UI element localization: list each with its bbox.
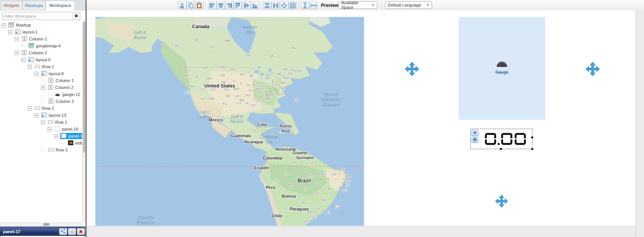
panel-icon xyxy=(54,126,60,131)
align-right-button[interactable] xyxy=(225,1,234,9)
align-middle-horizontal-button[interactable] xyxy=(242,1,251,9)
tree-item-column-1[interactable]: Column 1 xyxy=(0,35,82,42)
tree-collapse-icon[interactable] xyxy=(8,30,12,34)
tree-collapse-icon[interactable] xyxy=(21,58,25,62)
tree-item-column-1[interactable]: Column 1 xyxy=(0,77,82,84)
tree-collapse-icon[interactable] xyxy=(34,72,39,76)
align-center-vertical-icon xyxy=(218,2,224,8)
distribute-rows-button[interactable] xyxy=(263,1,271,9)
map-label: WV xyxy=(255,87,261,91)
map-label: AP xyxy=(309,161,314,165)
map-label: WA xyxy=(184,65,190,69)
filter-workspace-input[interactable] xyxy=(3,12,72,20)
map-label: CO xyxy=(210,87,215,91)
move-arrows-icon[interactable] xyxy=(495,195,508,208)
tree-item-column-2[interactable]: Column 2 xyxy=(0,84,82,91)
tree-collapse-icon[interactable] xyxy=(15,37,19,41)
map-label: SD xyxy=(220,73,225,77)
grid-button[interactable] xyxy=(288,1,297,9)
map-label: VA xyxy=(262,89,267,94)
move-arrows-icon[interactable] xyxy=(585,62,600,76)
layout-icon xyxy=(41,113,47,118)
tree-collapse-icon[interactable] xyxy=(34,113,39,118)
align-center-vertical-button[interactable] xyxy=(217,1,225,9)
share-icon xyxy=(60,228,66,235)
tree-item-layout-8[interactable]: layout-8 xyxy=(0,70,82,77)
map-label: WY xyxy=(206,76,212,81)
distribute-columns-button[interactable] xyxy=(271,1,280,9)
map-label: PE xyxy=(345,178,350,183)
tab-workspace[interactable]: Workspace xyxy=(46,1,75,11)
tree-collapse-icon[interactable] xyxy=(54,134,58,138)
googlemap-widget[interactable]: CanadaUnited StatesBrazilMexicoCubaGuate… xyxy=(95,17,364,226)
fit-height-button[interactable] xyxy=(301,1,309,9)
paste-button[interactable] xyxy=(195,1,203,9)
tree-item-gauge-12[interactable]: gauge-12 xyxy=(0,91,82,98)
map-label: CT xyxy=(273,83,278,87)
canvas-bottom-gutter xyxy=(87,226,636,237)
map-label: RI xyxy=(281,86,285,91)
gauge-widget[interactable]: Gauge xyxy=(459,59,545,74)
clear-filter-button[interactable]: ✖ xyxy=(72,12,80,20)
tree-connector xyxy=(61,140,65,143)
bindings-button[interactable] xyxy=(59,228,67,235)
tree-item-label: layout-1 xyxy=(22,30,37,34)
tree-item-column-3[interactable]: Column 3 xyxy=(0,98,82,105)
tree-item-row-2[interactable]: Row 2 xyxy=(0,105,82,112)
language-dropdown[interactable]: Default Language ▼ xyxy=(385,1,432,9)
resize-handle[interactable] xyxy=(531,148,533,150)
align-left-button[interactable] xyxy=(208,1,217,9)
anchor-button[interactable] xyxy=(280,1,288,9)
tree-collapse-icon[interactable] xyxy=(28,65,32,69)
tab-mashups[interactable]: Mashups xyxy=(22,1,46,10)
tree-item-leddisplay-1[interactable]: 30leddisplay-1 xyxy=(0,140,82,146)
tab-widgets[interactable]: Widgets xyxy=(1,1,22,10)
scrollbar-thumb[interactable] xyxy=(43,223,49,226)
sidebar-horizontal-scrollbar[interactable] xyxy=(0,222,82,226)
leddisplay-widget[interactable] xyxy=(470,129,532,149)
map-label: Gulf ofMexico xyxy=(230,114,243,124)
map-label: Chile xyxy=(272,213,283,218)
tree-item-layout-13[interactable]: layout-13 xyxy=(0,112,82,119)
tree-item-column-2[interactable]: Column 2 xyxy=(0,49,82,56)
widget-move-button[interactable] xyxy=(471,137,478,143)
tree-item-row-1[interactable]: Row 1 xyxy=(0,63,82,70)
tree-item-label: Column 1 xyxy=(29,37,47,41)
tree-collapse-icon[interactable] xyxy=(28,106,32,111)
configure-button[interactable]: ⚙ xyxy=(68,228,76,235)
tree-item-googlemap-4[interactable]: googlemap-4 xyxy=(0,42,82,49)
tree-item-layout-1[interactable]: layout-1 xyxy=(0,29,82,35)
map-label: PI xyxy=(326,177,330,181)
map-label: Nicaragua xyxy=(244,140,263,144)
tree-collapse-icon[interactable] xyxy=(41,86,45,90)
tree-item-panel-16[interactable]: panel-16 xyxy=(0,126,82,133)
svg-text:30: 30 xyxy=(69,141,73,145)
resize-handle[interactable] xyxy=(500,148,502,150)
layout-icon xyxy=(15,29,20,34)
cut-button[interactable] xyxy=(178,1,186,9)
tree-item-row-2[interactable]: Row 2 xyxy=(0,146,82,153)
tree-item-label: Mashup xyxy=(16,23,31,27)
map-label: NC xyxy=(259,94,264,98)
tree-collapse-icon[interactable] xyxy=(2,23,6,27)
preview-size-dropdown[interactable]: Available Space ▼ xyxy=(339,1,377,9)
move-arrows-icon[interactable] xyxy=(405,62,419,76)
tree-collapse-icon[interactable] xyxy=(41,120,45,124)
tree-collapse-icon[interactable] xyxy=(15,51,19,55)
map-label: NL xyxy=(292,45,297,50)
tree-item-layout-5[interactable]: layout-5 xyxy=(0,56,82,63)
widget-menu-button[interactable] xyxy=(471,130,478,136)
delete-button[interactable]: ✖ xyxy=(77,228,85,235)
tree-item-row-1[interactable]: Row 1 xyxy=(0,119,82,126)
tree-connector xyxy=(41,98,45,102)
resize-handle[interactable] xyxy=(531,136,533,138)
tree-item-panel-17[interactable]: panel-17 xyxy=(0,133,82,140)
tree-item-mashup[interactable]: Mashup xyxy=(0,22,82,29)
fit-width-button[interactable] xyxy=(309,1,318,9)
align-bottom-button[interactable] xyxy=(251,1,259,9)
copy-button[interactable] xyxy=(186,1,195,9)
gauge-widget-panel[interactable]: Gauge xyxy=(459,17,545,120)
align-top-button[interactable] xyxy=(234,1,242,9)
tree-collapse-icon[interactable] xyxy=(47,127,52,131)
map-label: MT xyxy=(203,66,208,70)
